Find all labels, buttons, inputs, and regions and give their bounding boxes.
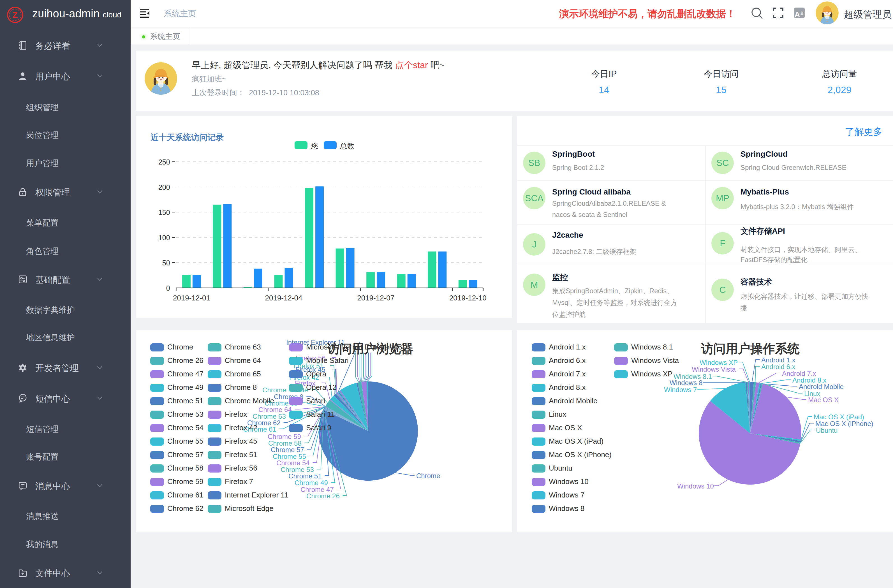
svg-text:Android Mobile: Android Mobile	[799, 383, 844, 390]
svg-text:Chrome 59: Chrome 59	[268, 433, 301, 440]
svg-text:Windows Vista: Windows Vista	[692, 365, 736, 373]
svg-text:150: 150	[158, 209, 170, 217]
svg-text:Mac OS X (iPhone): Mac OS X (iPhone)	[815, 420, 873, 427]
svg-text:Chrome 64: Chrome 64	[259, 406, 292, 414]
svg-text:Windows 7: Windows 7	[664, 386, 697, 394]
svg-text:Chrome 54: Chrome 54	[277, 459, 310, 467]
svg-text:250: 250	[158, 158, 170, 166]
svg-text:Mac OS X: Mac OS X	[808, 396, 839, 404]
svg-text:2019-12-10: 2019-12-10	[449, 294, 487, 302]
svg-text:Chrome 49: Chrome 49	[295, 479, 328, 487]
svg-text:0: 0	[166, 284, 170, 292]
svg-text:Windows 10: Windows 10	[677, 482, 714, 490]
svg-text:Android 6.x: Android 6.x	[761, 363, 795, 370]
svg-text:2019-12-07: 2019-12-07	[357, 294, 394, 302]
svg-text:Chrome 57: Chrome 57	[271, 446, 304, 453]
svg-text:Chrome 51: Chrome 51	[289, 472, 322, 480]
svg-text:2019-12-04: 2019-12-04	[265, 294, 302, 302]
svg-text:Mac OS X (iPad): Mac OS X (iPad)	[814, 413, 864, 421]
svg-text:Android 7.x: Android 7.x	[782, 370, 816, 377]
svg-text:Chrome: Chrome	[416, 472, 440, 480]
svg-text:Android 1.x: Android 1.x	[761, 356, 795, 364]
svg-text:50: 50	[162, 259, 170, 267]
svg-text:Windows 8.1: Windows 8.1	[674, 373, 712, 380]
svg-text:Chrome 26: Chrome 26	[306, 492, 340, 500]
svg-text:100: 100	[158, 234, 170, 242]
svg-text:Windows XP: Windows XP	[700, 359, 738, 366]
svg-text:Ubuntu: Ubuntu	[816, 427, 837, 434]
svg-text:2019-12-01: 2019-12-01	[173, 294, 210, 302]
svg-text:200: 200	[158, 183, 170, 191]
